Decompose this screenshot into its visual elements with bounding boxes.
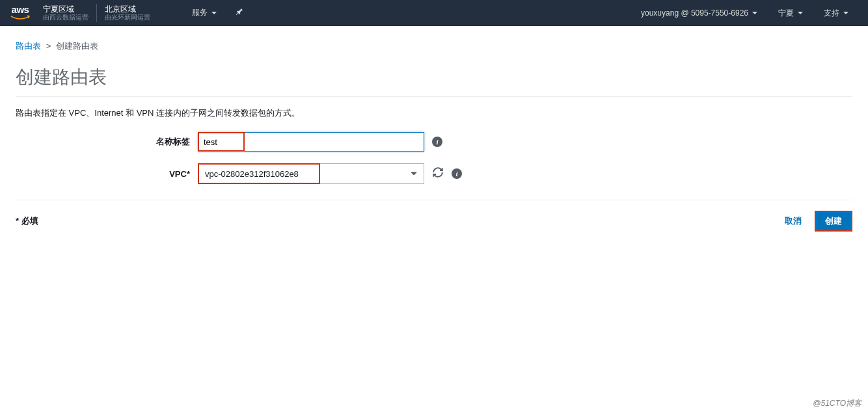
chevron-down-icon — [798, 12, 803, 14]
main-content: 路由表 > 创建路由表 创建路由表 路由表指定在 VPC、Internet 和 … — [0, 26, 868, 246]
cancel-button[interactable]: 取消 — [777, 211, 809, 231]
top-nav: aws 宁夏区域 由西云数据运营 北京区域 由光环新网运营 服务 youxuya… — [0, 0, 868, 26]
vpc-select[interactable]: vpc-02802e312f31062e8 — [198, 163, 424, 184]
services-label: 服务 — [192, 7, 208, 18]
nav-right: youxuyang @ 5095-7550-6926 宁夏 支持 — [632, 8, 858, 19]
vpc-select-value: vpc-02802e312f31062e8 — [198, 169, 299, 179]
name-tag-input-wrap — [198, 132, 424, 152]
footer-row: * 必填 取消 创建 — [16, 208, 852, 232]
chevron-down-icon — [752, 12, 757, 14]
support-menu[interactable]: 支持 — [815, 8, 858, 19]
name-tag-input[interactable] — [198, 133, 424, 151]
region-ningxia[interactable]: 宁夏区域 由西云数据运营 — [36, 2, 95, 24]
required-note: * 必填 — [16, 215, 38, 227]
action-buttons: 取消 创建 — [777, 211, 852, 232]
aws-logo-text: aws — [12, 4, 29, 15]
chevron-down-icon — [211, 12, 217, 14]
breadcrumb-separator: > — [46, 41, 51, 51]
chevron-down-icon — [843, 12, 848, 14]
services-menu[interactable]: 服务 — [183, 7, 226, 18]
pin-shortcut[interactable] — [226, 7, 253, 18]
region-selector-label: 宁夏 — [778, 8, 794, 19]
support-label: 支持 — [824, 8, 839, 19]
breadcrumb-parent[interactable]: 路由表 — [16, 41, 41, 51]
form-row-vpc: VPC* vpc-02802e312f31062e8 i — [16, 163, 852, 184]
create-button[interactable]: 创建 — [815, 211, 852, 232]
region-selector[interactable]: 宁夏 — [769, 8, 812, 19]
region-beijing[interactable]: 北京区域 由光环新网运营 — [98, 2, 157, 24]
page-title: 创建路由表 — [16, 65, 852, 90]
refresh-icon[interactable] — [432, 167, 444, 181]
breadcrumb-current: 创建路由表 — [56, 41, 98, 51]
page-description: 路由表指定在 VPC、Internet 和 VPN 连接内的子网之间转发数据包的… — [16, 107, 852, 119]
region-title: 宁夏区域 — [43, 5, 88, 14]
form-row-name-tag: 名称标签 i — [16, 132, 852, 152]
account-menu[interactable]: youxuyang @ 5095-7550-6926 — [632, 8, 766, 18]
pin-icon — [235, 7, 244, 18]
nav-left: aws 宁夏区域 由西云数据运营 北京区域 由光环新网运营 服务 — [10, 2, 253, 24]
aws-logo[interactable]: aws — [10, 4, 30, 21]
info-icon[interactable]: i — [452, 168, 462, 179]
name-tag-label: 名称标签 — [16, 136, 198, 148]
form-divider — [16, 200, 852, 200]
aws-smile-icon — [10, 15, 30, 21]
vpc-control: vpc-02802e312f31062e8 i — [198, 163, 462, 184]
region-sub: 由光环新网运营 — [105, 14, 150, 21]
info-icon[interactable]: i — [432, 137, 442, 147]
region-title: 北京区域 — [105, 5, 150, 14]
region-sub: 由西云数据运营 — [43, 14, 88, 21]
name-tag-control: i — [198, 132, 442, 152]
chevron-down-icon — [411, 172, 417, 176]
region-divider — [96, 4, 97, 22]
breadcrumb: 路由表 > 创建路由表 — [16, 40, 852, 52]
title-rule — [16, 96, 852, 97]
vpc-label: VPC* — [16, 169, 198, 179]
account-label: youxuyang @ 5095-7550-6926 — [641, 8, 748, 18]
